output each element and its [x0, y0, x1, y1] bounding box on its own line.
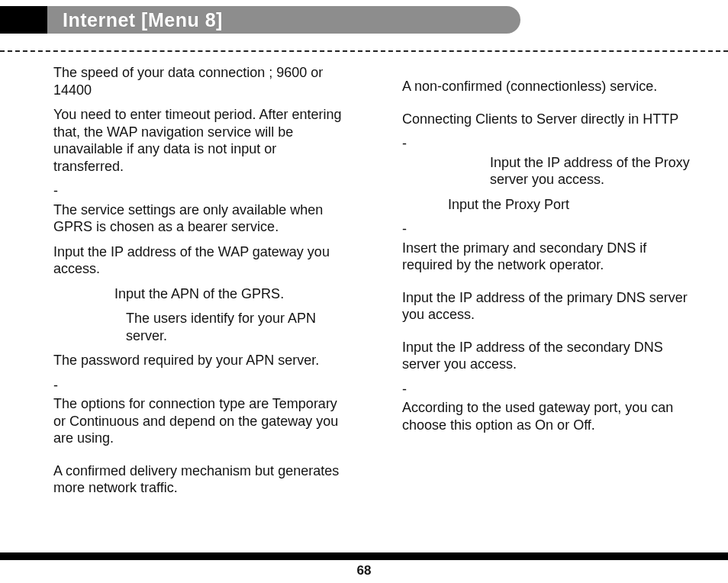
text-secure: According to the used gateway port, you … [402, 399, 690, 433]
dash-conn-type: - [53, 377, 347, 395]
text-confirmed: A confirmed delivery mechanism but gener… [53, 462, 347, 497]
dashed-divider [0, 50, 728, 52]
text-proxy-port: Input the Proxy Port [448, 196, 690, 214]
page-title: Internet [Menu 8] [63, 9, 223, 31]
text-gprs-only: The service settings are only available … [53, 201, 347, 236]
text-non-confirmed: A non-confirmed (connectionless) service… [402, 78, 690, 95]
text-wap-ip: Input the IP address of the WAP gateway … [53, 243, 347, 278]
dash-secure: - [402, 381, 690, 398]
footer-bar [0, 552, 728, 560]
page-number: 68 [0, 563, 728, 578]
dash-proxy: - [402, 135, 690, 153]
header-bar: Internet [Menu 8] [0, 6, 728, 34]
text-apn: Input the APN of the GPRS. [114, 285, 347, 303]
text-primary-dns: Input the IP address of the primary DNS … [402, 289, 690, 324]
left-column: The speed of your data connection ; 9600… [0, 64, 364, 522]
dash-dns: - [402, 221, 690, 238]
dash-gprs-settings: - [53, 182, 347, 200]
text-data-speed: The speed of your data connection ; 9600… [53, 64, 347, 98]
text-dns-intro: Insert the primary and secondary DNS if … [402, 240, 690, 274]
header-pill: Internet [Menu 8] [47, 6, 520, 34]
text-http: Connecting Clients to Server directly in… [402, 111, 690, 128]
text-proxy-ip: Input the IP address of the Proxy server… [490, 154, 690, 188]
text-password: The password required by your APN server… [53, 352, 347, 369]
text-timeout: You need to enter timeout period. After … [53, 106, 347, 175]
manual-page: Internet [Menu 8] The speed of your data… [0, 0, 728, 583]
text-secondary-dns: Input the IP address of the secondary DN… [402, 339, 690, 373]
header-black-box [0, 6, 47, 34]
text-user-id: The users identify for your APN server. [126, 310, 347, 344]
content-columns: The speed of your data connection ; 9600… [0, 64, 728, 522]
right-column: A non-confirmed (connectionless) service… [364, 64, 728, 522]
text-conn-type: The options for connection type are Temp… [53, 395, 347, 447]
